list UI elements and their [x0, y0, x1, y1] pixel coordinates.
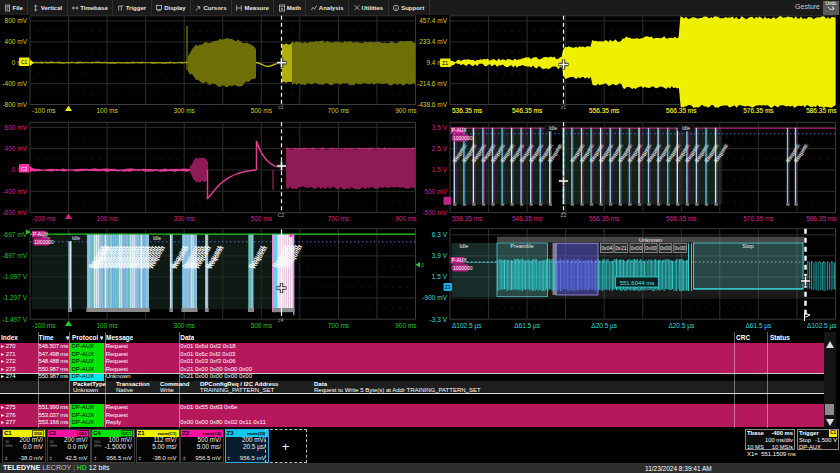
svg-text:Idle: Idle	[460, 243, 469, 249]
svg-text:Z1: Z1	[442, 60, 448, 66]
svg-text:576.35 ms: 576.35 ms	[743, 215, 774, 222]
svg-text:900 ms: 900 ms	[395, 215, 417, 222]
svg-text:900 ms: 900 ms	[395, 322, 417, 329]
svg-text:300 ms: 300 ms	[174, 322, 196, 329]
svg-text:-800 mV: -800 mV	[2, 209, 27, 216]
svg-text:457.4 mV: 457.4 mV	[419, 17, 447, 24]
svg-text:2.5 V: 2.5 V	[432, 145, 448, 152]
svg-text:P-AUX: P-AUX	[452, 257, 468, 263]
svg-text:Δ61.5 µs: Δ61.5 µs	[746, 322, 773, 330]
svg-text:300 ms: 300 ms	[174, 107, 196, 114]
svg-text:-400 mV: -400 mV	[2, 188, 27, 195]
svg-text:233.4 mV: 233.4 mV	[419, 38, 447, 45]
svg-text:500 ms: 500 ms	[251, 322, 273, 329]
svg-text:Δ102.5 µs: Δ102.5 µs	[807, 322, 837, 330]
svg-text:566.35 ms: 566.35 ms	[666, 215, 697, 222]
svg-text:Idle: Idle	[549, 125, 557, 131]
svg-text:900 ms: 900 ms	[395, 107, 417, 114]
svg-text:536.35 ms: 536.35 ms	[452, 107, 483, 114]
svg-text:556.35 ms: 556.35 ms	[589, 107, 620, 114]
svg-text:566.35 ms: 566.35 ms	[666, 107, 697, 114]
svg-text:C1: C1	[21, 59, 28, 65]
svg-text:-100 ms: -100 ms	[32, 215, 56, 222]
svg-text:551.6044 ms: 551.6044 ms	[620, 280, 655, 286]
svg-text:100 ms: 100 ms	[96, 215, 118, 222]
svg-text:3: 3	[421, 262, 424, 268]
svg-text:1000000: 1000000	[453, 265, 473, 271]
svg-text:500 ms: 500 ms	[251, 107, 273, 114]
svg-text:-1.297 V: -1.297 V	[2, 294, 27, 301]
svg-text:700 ms: 700 ms	[328, 215, 350, 222]
svg-text:300 ms: 300 ms	[174, 215, 196, 222]
svg-text:586.35 ms: 586.35 ms	[806, 215, 837, 222]
svg-text:100 ms: 100 ms	[96, 107, 118, 114]
svg-text:546.35 ms: 546.35 ms	[512, 107, 543, 114]
svg-text:-1.097 V: -1.097 V	[2, 273, 27, 280]
svg-text:Idle: Idle	[153, 235, 161, 241]
svg-text:800 mV: 800 mV	[5, 124, 28, 131]
svg-text:0x04: 0x04	[601, 245, 612, 251]
svg-text:3.9 V: 3.9 V	[432, 252, 448, 259]
svg-text:-3.3 V: -3.3 V	[430, 316, 448, 323]
svg-text:C2: C2	[21, 166, 28, 172]
svg-text:-897 mV: -897 mV	[2, 252, 27, 259]
svg-text:Δ20.5 µs: Δ20.5 µs	[591, 322, 618, 330]
svg-text:1000000: 1000000	[34, 239, 54, 245]
svg-text:536.35 ms: 536.35 ms	[452, 215, 483, 222]
svg-text:0x00: 0x00	[645, 245, 656, 251]
svg-text:0x21: 0x21	[615, 245, 626, 251]
svg-text:586.35 ms: 586.35 ms	[806, 107, 837, 114]
svg-text:1000000: 1000000	[453, 135, 473, 141]
svg-text:C2: C2	[278, 212, 285, 218]
svg-text:700 ms: 700 ms	[328, 322, 350, 329]
svg-text:-400 mV: -400 mV	[2, 80, 27, 87]
svg-text:-438.6 mV: -438.6 mV	[417, 101, 448, 108]
svg-text:Idle: Idle	[72, 235, 80, 241]
svg-text:Stop: Stop	[742, 243, 753, 249]
svg-text:-697 mV: -697 mV	[2, 231, 27, 238]
svg-text:Δ20.5 µs: Δ20.5 µs	[668, 322, 695, 330]
svg-text:z1: z1	[561, 104, 567, 110]
svg-text:Unknown: Unknown	[639, 237, 662, 243]
svg-text:-500 mV: -500 mV	[422, 209, 447, 216]
svg-text:100 ms: 100 ms	[96, 322, 118, 329]
svg-text:700 ms: 700 ms	[328, 107, 350, 114]
svg-text:c4: c4	[278, 317, 284, 323]
svg-text:Δ61.5 µs: Δ61.5 µs	[514, 322, 541, 330]
svg-text:1.5 V: 1.5 V	[432, 273, 448, 280]
svg-text:P-AUX: P-AUX	[33, 231, 49, 237]
svg-text:Preamble: Preamble	[510, 243, 534, 249]
svg-text:500 mV: 500 mV	[425, 188, 448, 195]
svg-text:c1: c1	[278, 104, 284, 110]
svg-text:-100 ms: -100 ms	[32, 322, 56, 329]
svg-text:-900 mV: -900 mV	[422, 294, 447, 301]
svg-text:6.3 V: 6.3 V	[432, 231, 448, 238]
svg-text:576.35 ms: 576.35 ms	[743, 107, 774, 114]
svg-text:3.5 V: 3.5 V	[432, 124, 448, 131]
svg-text:400 mV: 400 mV	[5, 38, 28, 45]
svg-text:556.35 ms: 556.35 ms	[589, 215, 620, 222]
svg-text:P-AUX: P-AUX	[452, 127, 468, 133]
svg-text:-800 mV: -800 mV	[2, 101, 27, 108]
svg-text:Z2: Z2	[561, 212, 567, 218]
svg-text:0x00: 0x00	[660, 245, 671, 251]
svg-text:Z3: Z3	[445, 285, 451, 290]
svg-text:Δ102.5 µs: Δ102.5 µs	[452, 322, 482, 330]
svg-text:-1.497 V: -1.497 V	[2, 316, 27, 323]
svg-text:546.35 ms: 546.35 ms	[512, 215, 543, 222]
svg-text:800 mV: 800 mV	[5, 17, 28, 24]
svg-text:500 ms: 500 ms	[251, 215, 273, 222]
svg-text:400 mV: 400 mV	[5, 145, 28, 152]
svg-text:0x00: 0x00	[631, 245, 642, 251]
svg-text:Idle: Idle	[682, 125, 690, 131]
svg-text:0x00: 0x00	[674, 245, 685, 251]
svg-text:1.5 V: 1.5 V	[432, 166, 448, 173]
svg-text:-100 ms: -100 ms	[32, 107, 56, 114]
svg-text:-214.6 mV: -214.6 mV	[417, 80, 448, 87]
